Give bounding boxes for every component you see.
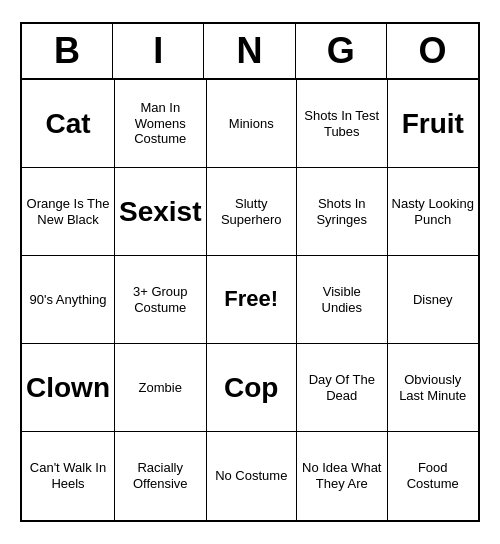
cell-free[interactable]: Free! [207,256,298,344]
cell-17[interactable]: Cop [207,344,298,432]
cell-4[interactable]: Fruit [388,80,479,168]
cell-9[interactable]: Nasty Looking Punch [388,168,479,256]
cell-22[interactable]: No Costume [207,432,298,520]
letter-n: N [204,24,295,78]
cell-20[interactable]: Can't Walk In Heels [22,432,115,520]
cell-1[interactable]: Man In Womens Costume [115,80,207,168]
letter-i: I [113,24,204,78]
cell-0[interactable]: Cat [22,80,115,168]
bingo-card: B I N G O Cat Man In Womens Costume Mini… [20,22,480,522]
cell-21[interactable]: Racially Offensive [115,432,207,520]
letter-b: B [22,24,113,78]
cell-24[interactable]: Food Costume [388,432,479,520]
letter-o: O [387,24,478,78]
cell-6[interactable]: Sexist [115,168,207,256]
cell-14[interactable]: Disney [388,256,479,344]
cell-13[interactable]: Visible Undies [297,256,388,344]
cell-18[interactable]: Day Of The Dead [297,344,388,432]
letter-g: G [296,24,387,78]
cell-19[interactable]: Obviously Last Minute [388,344,479,432]
cell-5[interactable]: Orange Is The New Black [22,168,115,256]
cell-2[interactable]: Minions [207,80,298,168]
cell-16[interactable]: Zombie [115,344,207,432]
cell-7[interactable]: Slutty Superhero [207,168,298,256]
cell-8[interactable]: Shots In Syringes [297,168,388,256]
cell-3[interactable]: Shots In Test Tubes [297,80,388,168]
cell-10[interactable]: 90's Anything [22,256,115,344]
bingo-grid: Cat Man In Womens Costume Minions Shots … [22,80,478,520]
bingo-header: B I N G O [22,24,478,80]
cell-11[interactable]: 3+ Group Costume [115,256,207,344]
cell-23[interactable]: No Idea What They Are [297,432,388,520]
cell-15[interactable]: Clown [22,344,115,432]
